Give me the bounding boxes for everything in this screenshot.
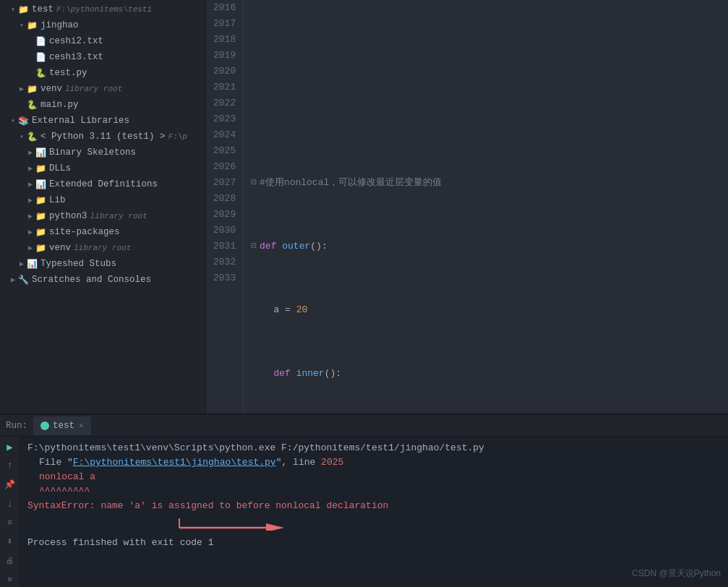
line-num-2025: 2025 bbox=[213, 143, 236, 159]
expand-arrow: ▶ bbox=[9, 275, 17, 284]
pin-button[interactable]: 📌 bbox=[2, 478, 18, 492]
code-line-2019: ⊟def outer(): bbox=[251, 239, 728, 254]
expand-arrow: ▾ bbox=[17, 21, 26, 30]
sidebar-item-dlls[interactable]: ▶ 📁 DLLs bbox=[0, 160, 205, 176]
folder-icon: 📁 bbox=[26, 83, 38, 95]
scroll-down-button[interactable]: ↓ bbox=[2, 497, 18, 511]
sidebar-item-typeshed[interactable]: ▶ 📊 Typeshed Stubs bbox=[0, 256, 205, 272]
path-label: F:\pythonitems\test1 bbox=[56, 5, 152, 14]
run-button[interactable]: ▶ bbox=[2, 440, 18, 454]
line-num-2030: 2030 bbox=[213, 223, 236, 239]
line-num-2018: 2018 bbox=[213, 32, 236, 48]
sidebar-item-label: test.py bbox=[49, 68, 87, 78]
file-icon: 📄 bbox=[35, 51, 46, 63]
wrap-button[interactable]: ≡ bbox=[2, 515, 18, 530]
sidebar-item-venv1[interactable]: ▶ 📁 venv library root bbox=[0, 81, 205, 97]
scratch-icon: 🔧 bbox=[17, 274, 29, 286]
sidebar-item-label: < Python 3.11 (test1) > bbox=[40, 132, 166, 142]
sidebar-item-python3[interactable]: ▶ 📁 python3 library root bbox=[0, 208, 205, 224]
code-view: 2016 2017 2018 2019 2020 2021 2022 2023 … bbox=[206, 0, 728, 414]
code-line-2017 bbox=[251, 111, 728, 127]
line-num-2028: 2028 bbox=[213, 191, 236, 207]
skeleton-icon: 📊 bbox=[35, 147, 46, 158]
folder-icon: 📁 bbox=[26, 20, 38, 31]
expand-arrow: ▶ bbox=[17, 260, 26, 268]
sidebar-item-label: jinghao bbox=[40, 20, 79, 30]
py-icon: 🐍 bbox=[26, 99, 38, 111]
number-token: 20 bbox=[296, 302, 308, 318]
run-output: F:\pythonitems\test1\venv\Scripts\python… bbox=[20, 437, 728, 587]
tab-close-button[interactable]: ✕ bbox=[79, 421, 84, 430]
print-button[interactable]: 🖨 bbox=[2, 554, 18, 568]
save-button[interactable]: ⬇ bbox=[2, 534, 18, 549]
expand-arrow: ▶ bbox=[17, 85, 26, 93]
sidebar-item-ceshi3[interactable]: 📄 ceshi3.txt bbox=[0, 49, 205, 65]
sidebar-item-scratches[interactable]: ▶ 🔧 Scratches and Consoles bbox=[0, 272, 205, 288]
output-line-5-container: SyntaxError: name 'a' is assigned to bef… bbox=[27, 499, 721, 536]
run-label: Run: bbox=[6, 421, 27, 431]
sidebar-item-label: Scratches and Consoles bbox=[32, 275, 151, 285]
line-num-2027: 2027 bbox=[213, 175, 236, 191]
sidebar-item-label: Lib bbox=[49, 195, 66, 205]
line-num-2023: 2023 bbox=[213, 111, 236, 127]
sidebar-item-lib[interactable]: ▶ 📁 Lib bbox=[0, 192, 205, 208]
line-num-2020: 2020 bbox=[213, 64, 236, 80]
sidebar-item-label: Binary Skeletons bbox=[49, 147, 136, 158]
run-tab-test[interactable]: test ✕ bbox=[33, 416, 91, 435]
lib-icon: 📚 bbox=[17, 115, 29, 127]
sidebar-item-ceshi2[interactable]: 📄 ceshi2.txt bbox=[0, 33, 205, 49]
sidebar-item-mainpy[interactable]: 🐍 main.py bbox=[0, 97, 205, 113]
code-line-2020: a = 20 bbox=[251, 302, 728, 318]
code-line-2021: def inner(): bbox=[251, 366, 728, 382]
output-line-5: SyntaxError: name 'a' is assigned to bef… bbox=[27, 499, 721, 513]
folder-icon: 📁 bbox=[35, 226, 46, 238]
sidebar-item-label: ceshi2.txt bbox=[49, 36, 103, 46]
folder-icon: 📁 bbox=[17, 4, 29, 15]
sidebar-item-venv2[interactable]: ▶ 📁 venv library root bbox=[0, 240, 205, 256]
watermark: CSDN @景天说Python bbox=[632, 567, 721, 580]
svg-marker-4 bbox=[266, 523, 284, 531]
expand-arrow: ▾ bbox=[17, 132, 26, 141]
line-num-2033: 2033 bbox=[213, 270, 236, 286]
code-editor: 2016 2017 2018 2019 2020 2021 2022 2023 … bbox=[206, 0, 728, 414]
file-icon: 📄 bbox=[35, 35, 46, 47]
tab-label: test bbox=[53, 421, 74, 431]
tab-python-icon bbox=[40, 421, 49, 430]
sidebar-item-label: python3 bbox=[49, 211, 87, 221]
stop-button[interactable]: ✕ bbox=[2, 573, 18, 587]
sidebar-item-extended-definitions[interactable]: ▶ 📊 Extended Definitions bbox=[0, 176, 205, 192]
sidebar-item-label: venv bbox=[49, 243, 71, 253]
sidebar-item-external-libraries[interactable]: ▾ 📚 External Libraries bbox=[0, 113, 205, 129]
sidebar-item-python311[interactable]: ▾ 🐍 < Python 3.11 (test1) > F:\p bbox=[0, 129, 205, 145]
sidebar-item-label: Typeshed Stubs bbox=[40, 259, 116, 269]
fold-marker: ⊟ bbox=[251, 239, 257, 254]
file-path-link[interactable]: F:\pythonitems\test1\jinghao\test.py bbox=[73, 457, 276, 468]
sidebar-item-testpy[interactable]: 🐍 test.py bbox=[0, 65, 205, 81]
sidebar-item-binary-skeletons[interactable]: ▶ 📊 Binary Skeletons bbox=[0, 145, 205, 160]
output-line-7: Process finished with exit code 1 bbox=[27, 536, 721, 550]
expand-arrow: ▶ bbox=[26, 196, 35, 205]
line-num-2016: 2016 bbox=[213, 0, 236, 16]
line-num-2022: 2022 bbox=[213, 95, 236, 111]
sidebar-item-test[interactable]: ▾ 📁 test F:\pythonitems\test1 bbox=[0, 1, 205, 17]
sidebar-item-label: Extended Definitions bbox=[49, 179, 158, 189]
fold-marker: ⊟ bbox=[251, 175, 257, 191]
scroll-up-button[interactable]: ↑ bbox=[2, 458, 18, 473]
sidebar-item-jinghao[interactable]: ▾ 📁 jinghao bbox=[0, 17, 205, 33]
line-numbers: 2016 2017 2018 2019 2020 2021 2022 2023 … bbox=[206, 0, 244, 414]
folder-icon: 📁 bbox=[35, 210, 46, 222]
output-line-4: ^^^^^^^^^ bbox=[27, 484, 721, 499]
line-num-2024: 2024 bbox=[213, 127, 236, 143]
run-body: ▶ ↑ 📌 ↓ ≡ ⬇ 🖨 ✕ F:\pythonitems\test1\ven… bbox=[0, 437, 728, 587]
expand-arrow: ▶ bbox=[26, 212, 35, 220]
expand-arrow: ▾ bbox=[9, 116, 17, 125]
function-token: outer bbox=[282, 239, 310, 254]
function-token: inner bbox=[296, 366, 325, 382]
file-tree: ▾ 📁 test F:\pythonitems\test1 ▾ 📁 jingha… bbox=[0, 0, 206, 414]
sidebar-item-label: site-packages bbox=[49, 227, 120, 237]
run-tab-bar: Run: test ✕ bbox=[0, 415, 728, 437]
sidebar-item-site-packages[interactable]: ▶ 📁 site-packages bbox=[0, 224, 205, 240]
line-num-2032: 2032 bbox=[213, 254, 236, 270]
py-icon: 🐍 bbox=[35, 67, 46, 79]
comment-token: #使用nonlocal，可以修改最近层变量的值 bbox=[260, 175, 442, 191]
